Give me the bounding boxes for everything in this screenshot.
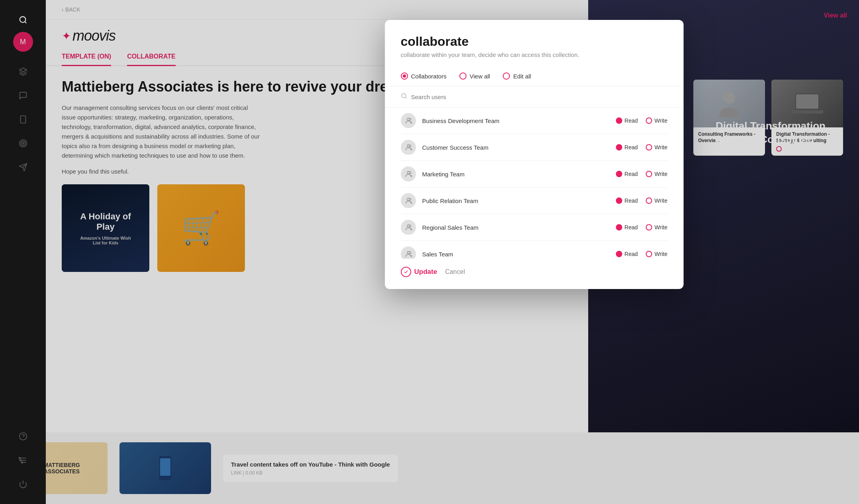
user-name-3: Marketing Team [422,171,616,178]
cancel-button[interactable]: Cancel [445,268,465,275]
user-name-6: Sales Team [422,251,616,258]
update-icon [401,267,411,277]
modal-footer: Update Cancel [385,259,683,289]
read-label: Read [624,117,638,124]
team-avatar-4 [401,193,416,208]
view-all-radio[interactable] [459,72,466,80]
team-avatar-3 [401,166,416,182]
permission-options-3: Read Write [616,171,667,177]
search-icon [401,93,407,101]
table-row: Regional Sales Team Read Write [401,214,667,241]
svg-point-28 [409,145,411,147]
permission-options-2: Read Write [616,144,667,150]
read-label: Read [624,251,638,257]
edit-all-radio[interactable] [503,72,510,80]
tab-view-all[interactable]: View all [459,72,490,80]
write-label: Write [655,117,667,124]
write-label: Write [655,197,667,204]
read-option-1[interactable]: Read [616,117,638,124]
write-label: Write [655,224,667,231]
tab-edit-all[interactable]: Edit all [503,72,531,80]
svg-point-26 [409,118,411,120]
svg-point-36 [409,252,411,254]
user-name-4: Public Relation Team [422,197,616,204]
write-radio-cst[interactable] [646,144,652,150]
read-option-4[interactable]: Read [616,197,638,204]
team-avatar-1 [401,113,416,128]
read-radio-mt[interactable] [616,171,622,177]
table-row: Marketing Team Read Write [401,161,667,188]
permission-options-6: Read Write [616,251,667,257]
write-radio-rst[interactable] [646,224,652,231]
collaborators-radio[interactable] [401,72,408,80]
view-all-label: View all [470,73,490,80]
team-avatar-2 [401,140,416,155]
search-users-input[interactable] [411,94,667,100]
write-option-4[interactable]: Write [646,197,667,204]
search-bar [385,86,683,107]
modal-title: collaborate [401,34,667,49]
read-label: Read [624,171,638,177]
tab-collaborators[interactable]: Collaborators [401,72,446,80]
svg-point-30 [409,172,411,174]
read-option-2[interactable]: Read [616,144,638,150]
permission-options-1: Read Write [616,117,667,124]
write-option-6[interactable]: Write [646,251,667,257]
table-row: Customer Success Team Read Write [401,134,667,161]
update-label: Update [414,268,437,276]
svg-point-34 [409,225,411,227]
read-radio-bdt[interactable] [616,117,622,124]
read-radio-rst[interactable] [616,224,622,231]
write-radio-bdt[interactable] [646,117,652,124]
write-radio-mt[interactable] [646,171,652,177]
table-row: Public Relation Team Read Write [401,188,667,214]
read-radio-prt[interactable] [616,197,622,204]
svg-point-24 [401,94,406,98]
permission-tabs: Collaborators View all Edit all [385,66,683,86]
svg-point-32 [409,198,411,200]
read-option-5[interactable]: Read [616,224,638,231]
read-radio-cst[interactable] [616,144,622,150]
read-label: Read [624,224,638,231]
user-list: Business Development Team Read Write [385,107,683,259]
table-row: Sales Team Read Write [401,241,667,259]
user-name-2: Customer Success Team [422,144,616,151]
team-avatar-6 [401,246,416,259]
team-avatar-5 [401,220,416,235]
collaborate-modal: collaborate collaborate within your team… [385,20,683,289]
write-option-5[interactable]: Write [646,224,667,231]
permission-options-4: Read Write [616,197,667,204]
update-button[interactable]: Update [401,267,437,277]
write-option-1[interactable]: Write [646,117,667,124]
read-option-6[interactable]: Read [616,251,638,257]
table-row: Business Development Team Read Write [401,107,667,134]
user-name-5: Regional Sales Team [422,224,616,231]
read-option-3[interactable]: Read [616,171,638,177]
read-label: Read [624,197,638,204]
write-label: Write [655,251,667,257]
read-radio-st[interactable] [616,251,622,257]
permission-options-5: Read Write [616,224,667,231]
collaborators-label: Collaborators [411,73,446,80]
write-option-2[interactable]: Write [646,144,667,150]
edit-all-label: Edit all [513,73,531,80]
modal-subtitle: collaborate within your team, decide who… [401,51,667,58]
user-name-1: Business Development Team [422,117,616,124]
modal-header: collaborate collaborate within your team… [385,20,683,66]
write-label: Write [655,171,667,177]
write-radio-prt[interactable] [646,197,652,204]
read-label: Read [624,144,638,150]
write-option-3[interactable]: Write [646,171,667,177]
write-radio-st[interactable] [646,251,652,257]
write-label: Write [655,144,667,150]
